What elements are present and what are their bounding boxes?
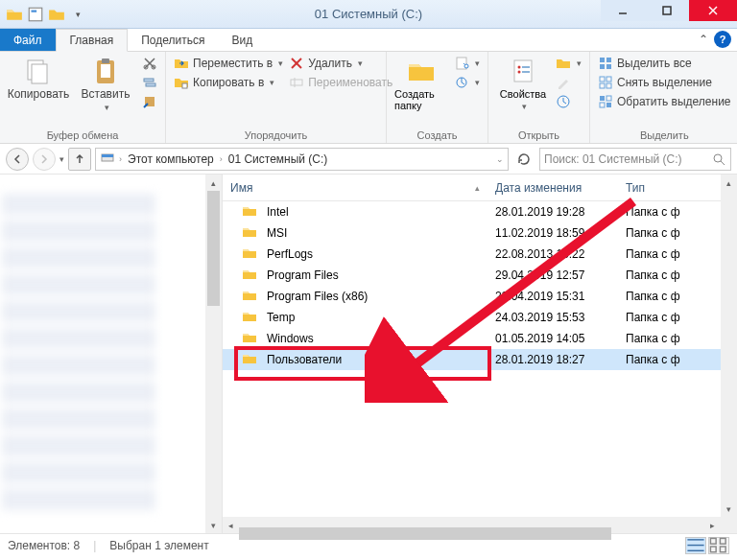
- folder-icon[interactable]: [6, 6, 23, 23]
- folder-icon: [242, 309, 257, 327]
- new-folder-qat-icon[interactable]: [48, 6, 65, 23]
- svg-rect-16: [182, 83, 187, 88]
- svg-rect-0: [29, 8, 42, 21]
- properties-icon[interactable]: [27, 6, 44, 23]
- svg-rect-7: [32, 64, 47, 83]
- status-selected-count: Выбран 1 элемент: [109, 539, 208, 552]
- svg-rect-30: [600, 58, 605, 62]
- column-date[interactable]: Дата изменения: [487, 181, 618, 195]
- forward-button[interactable]: [33, 148, 56, 171]
- file-date: 29.04.2019 12:57: [487, 268, 618, 282]
- file-scrollbar-vertical[interactable]: ▴ ▾: [721, 175, 737, 533]
- refresh-button[interactable]: [512, 148, 535, 171]
- svg-point-27: [518, 71, 521, 74]
- svg-rect-38: [600, 96, 605, 101]
- search-input[interactable]: Поиск: 01 Системный (C:): [539, 148, 731, 171]
- file-row[interactable]: Пользователи28.01.2019 18:27Папка с ф: [223, 349, 737, 370]
- status-item-count: Элементов: 8: [8, 539, 80, 552]
- tab-share[interactable]: Поделиться: [128, 29, 218, 51]
- paste-shortcut-button[interactable]: [142, 94, 157, 109]
- svg-rect-13: [144, 79, 154, 82]
- move-to-button[interactable]: Переместить в▾: [174, 56, 283, 71]
- svg-rect-43: [102, 154, 113, 157]
- edit-button[interactable]: [556, 75, 582, 90]
- file-row[interactable]: PerfLogs22.08.2013 18:22Папка с ф: [223, 244, 737, 265]
- svg-line-45: [721, 161, 725, 165]
- navigation-pane[interactable]: ▴ ▾: [0, 175, 223, 533]
- svg-rect-39: [606, 96, 611, 101]
- help-icon[interactable]: ?: [714, 31, 731, 48]
- file-type: Папка с ф: [618, 247, 737, 261]
- tab-file[interactable]: Файл: [0, 29, 56, 51]
- copy-button[interactable]: Копировать: [8, 56, 69, 101]
- copy-to-button[interactable]: Копировать в▾: [174, 75, 283, 90]
- tab-home[interactable]: Главная: [56, 29, 129, 52]
- close-button[interactable]: [689, 0, 737, 21]
- copy-path-button[interactable]: [142, 75, 157, 90]
- up-button[interactable]: [68, 148, 91, 171]
- file-date: 28.01.2019 19:28: [487, 205, 618, 219]
- address-dropdown-icon[interactable]: ⌄: [496, 154, 504, 164]
- file-row[interactable]: Windows01.05.2019 14:05Папка с ф: [223, 328, 737, 349]
- history-button[interactable]: [556, 94, 582, 109]
- ribbon-collapse-icon[interactable]: ⌃: [699, 33, 708, 46]
- svg-rect-26: [522, 66, 530, 68]
- file-name: Intel: [267, 205, 289, 219]
- svg-rect-35: [606, 77, 611, 82]
- qat-dropdown-icon[interactable]: ▾: [69, 6, 86, 23]
- folder-icon: [242, 224, 257, 243]
- file-name: PerfLogs: [267, 247, 313, 261]
- svg-rect-3: [663, 7, 671, 14]
- file-date: 24.03.2019 15:53: [487, 311, 618, 324]
- new-item-button[interactable]: ▾: [454, 56, 480, 71]
- icons-view-button[interactable]: [708, 537, 729, 554]
- sidebar-scrollbar[interactable]: ▴ ▾: [205, 175, 222, 533]
- svg-rect-52: [720, 547, 725, 552]
- folder-icon: [242, 203, 257, 222]
- file-name: Temp: [267, 311, 295, 324]
- tab-view[interactable]: Вид: [218, 29, 266, 51]
- properties-button[interactable]: Свойства ▾: [496, 56, 550, 111]
- svg-rect-14: [146, 83, 155, 86]
- ribbon-group-new: Создать папку ▾ ▾ Создать: [387, 52, 488, 143]
- quick-access-toolbar: ▾: [0, 6, 86, 23]
- breadcrumb[interactable]: › Этот компьютер › 01 Системный (C:) ⌄: [95, 148, 509, 171]
- new-folder-button[interactable]: Создать папку: [394, 56, 448, 111]
- chevron-right-icon[interactable]: ›: [218, 154, 225, 164]
- easy-access-button[interactable]: ▾: [454, 75, 480, 90]
- back-button[interactable]: [6, 148, 29, 171]
- maximize-button[interactable]: [645, 0, 689, 21]
- file-type: Папка с ф: [618, 205, 737, 219]
- crumb-drive[interactable]: 01 Системный (C:): [226, 152, 330, 166]
- folder-icon: [242, 288, 257, 306]
- column-name[interactable]: Имя▴: [223, 181, 487, 195]
- svg-rect-9: [101, 64, 110, 78]
- file-name: Program Files (x86): [267, 290, 368, 303]
- open-button[interactable]: ▾: [556, 56, 582, 71]
- file-row[interactable]: Program Files (x86)23.04.2019 15:31Папка…: [223, 286, 737, 307]
- search-icon: [711, 152, 726, 167]
- file-type: Папка с ф: [618, 226, 737, 240]
- ribbon-group-organize: Переместить в▾ Копировать в▾ Удалить▾ Пе…: [166, 52, 387, 143]
- column-type[interactable]: Тип: [618, 181, 737, 195]
- invert-selection-button[interactable]: Обратить выделение: [598, 94, 731, 109]
- crumb-this-pc[interactable]: Этот компьютер: [126, 152, 216, 166]
- file-row[interactable]: Program Files29.04.2019 12:57Папка с ф: [223, 265, 737, 286]
- cut-button[interactable]: [142, 56, 157, 71]
- minimize-button[interactable]: [601, 0, 645, 21]
- select-all-button[interactable]: Выделить все: [598, 56, 731, 71]
- file-type: Папка с ф: [618, 311, 737, 324]
- file-row[interactable]: MSI11.02.2019 18:59Папка с ф: [223, 222, 737, 244]
- file-scrollbar-horizontal[interactable]: ◂ ▸: [223, 517, 721, 533]
- chevron-right-icon[interactable]: ›: [117, 154, 124, 164]
- recent-locations-icon[interactable]: ▾: [59, 154, 64, 164]
- svg-rect-10: [102, 58, 109, 63]
- details-view-button[interactable]: [685, 537, 706, 554]
- select-none-button[interactable]: Снять выделение: [598, 75, 731, 90]
- folder-icon: [242, 330, 257, 348]
- paste-button[interactable]: Вставить ▾: [75, 56, 136, 112]
- delete-button[interactable]: Удалить▾: [289, 56, 392, 71]
- rename-button[interactable]: Переименовать: [289, 75, 392, 90]
- file-row[interactable]: Intel28.01.2019 19:28Папка с ф: [223, 201, 737, 222]
- file-row[interactable]: Temp24.03.2019 15:53Папка с ф: [223, 307, 737, 328]
